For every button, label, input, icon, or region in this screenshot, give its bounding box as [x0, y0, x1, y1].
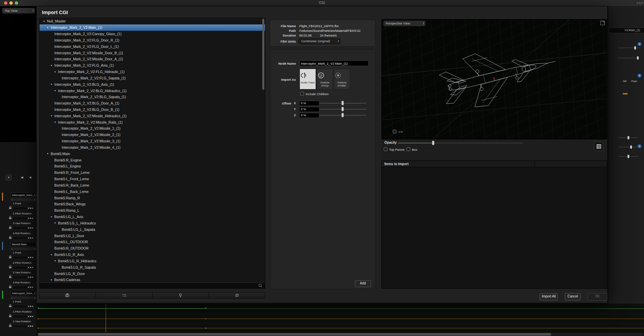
import-as-particle-group-button[interactable]: Particle Group	[317, 69, 333, 89]
viewport-view-dropdown[interactable]: Perspective View ▲▼	[383, 20, 426, 26]
scale-reference-checkbox[interactable]	[393, 130, 396, 133]
info-icon[interactable]: i	[638, 42, 641, 46]
tree-item[interactable]: Bsmk5:L_Front_Leme	[40, 176, 265, 182]
lock-icon[interactable]	[9, 227, 11, 229]
lock-icon[interactable]	[9, 286, 11, 288]
null-filter-button[interactable]	[209, 292, 265, 298]
expand-arrow-icon[interactable]: ▼	[50, 216, 54, 218]
timeline-curve-orange[interactable]	[38, 319, 644, 319]
param-value-bar[interactable]	[12, 325, 28, 328]
tree-item[interactable]: Interceptor_Mark_2_V2:Missile_3_(1)	[40, 138, 265, 144]
skip-to-start-button[interactable]: |◀	[21, 176, 23, 179]
add-button[interactable]: Add	[355, 280, 371, 287]
tree-item[interactable]: ▼Interceptor_Mark_2_V2:Missile_Rails_(1)	[40, 119, 265, 125]
import-all-button[interactable]: Import All	[540, 293, 558, 300]
keyframe-dot[interactable]	[205, 328, 206, 329]
tree-item[interactable]: ▼Interceptor_Mark_2_V2:FLG_Hidraulic_(1)	[40, 69, 265, 75]
param-value-bar[interactable]	[12, 305, 28, 308]
parameter-slider[interactable]	[618, 147, 638, 147]
lock-icon[interactable]	[9, 316, 11, 317]
keyframe-dot[interactable]	[38, 328, 39, 329]
info-icon[interactable]: i	[638, 144, 641, 148]
offset-z-value[interactable]: 0 %	[299, 113, 319, 118]
expand-arrow-icon[interactable]: ▼	[47, 26, 50, 29]
tree-item[interactable]: ▼Bsmk5:LG_L_Hidraulics	[40, 220, 265, 226]
search-input[interactable]	[40, 283, 258, 288]
expand-arrow-icon[interactable]: ▼	[50, 83, 54, 85]
keyframe-dot[interactable]	[38, 318, 39, 319]
param-value-bar[interactable]	[12, 315, 28, 318]
track-keyframe-bar[interactable]: +▸	[11, 248, 36, 250]
keyframe-nav[interactable]: ◀◆▶	[28, 276, 34, 278]
param-value-bar[interactable]	[12, 226, 28, 230]
expand-arrow-icon[interactable]: ▼	[50, 279, 54, 281]
param-value-bar[interactable]	[12, 256, 28, 259]
expand-arrow-icon[interactable]: ▼	[50, 254, 54, 256]
tree-item[interactable]: ▼Bsmk5:LG_R_Hidraulics	[40, 258, 265, 264]
timeline-scrollbar[interactable]	[38, 333, 643, 336]
light-filter-button[interactable]	[153, 292, 209, 298]
view-selector-dropdown[interactable]: Top View ▲▼	[2, 8, 35, 14]
offset-z-slider-thumb[interactable]	[341, 113, 344, 117]
keyframe-nav[interactable]: ◀◆▶	[28, 266, 34, 268]
tree-item[interactable]: Bsmk5:Ramp_L	[40, 207, 265, 214]
track-name[interactable]: Interceptor_Mark_2_	[11, 193, 36, 198]
tree-item[interactable]: Bsmk5:Back_Wings	[40, 201, 265, 207]
tree-item[interactable]: Interceptor_Mark_2_V2:FLG_Door_L_(1)	[40, 43, 265, 50]
offset-y-slider-thumb[interactable]	[341, 107, 344, 111]
expand-arrow-icon[interactable]: ▼	[50, 64, 54, 67]
tree-item[interactable]: Bsmk5:LG_L_Sapata	[40, 226, 265, 232]
keyframe-nav[interactable]: ◀◆▶	[28, 226, 34, 229]
tree-item[interactable]: Bsmk5:R_Engine	[40, 157, 265, 163]
include-children-checkbox[interactable]	[300, 92, 304, 95]
tree-item[interactable]: Interceptor_Mark_2_V2:Missile_Door_A_(1)	[40, 56, 265, 62]
tree-scrollbar-thumb[interactable]	[262, 19, 264, 90]
preview-3d-viewport[interactable]: Perspective View ▲▼ 1 m	[381, 19, 607, 139]
tree-item[interactable]: Interceptor_Mark_2_V2:Canopy_Glass_(1)	[40, 31, 265, 37]
slider-thumb[interactable]	[637, 56, 639, 60]
param-value-bar[interactable]	[12, 286, 28, 289]
node-name-input[interactable]	[300, 61, 369, 66]
param-value-bar[interactable]	[12, 217, 28, 220]
step-back-button[interactable]: ◀	[29, 176, 31, 179]
timeline-scrollbar-thumb[interactable]	[38, 333, 551, 336]
tree-item[interactable]: Interceptor_Mark_2_V2:BLG_Door_A_(1)	[40, 100, 265, 107]
slider-thumb[interactable]	[628, 136, 629, 139]
expand-arrow-icon[interactable]: ▼	[47, 152, 50, 155]
param-value-bar[interactable]	[12, 237, 28, 240]
tree-item[interactable]: ▼Interceptor_Mark_2_V2:Missile_Hidraulic…	[40, 113, 265, 119]
grid-view-button[interactable]	[594, 142, 603, 151]
expand-arrow-icon[interactable]: ▼	[54, 222, 57, 224]
camera-filter-button[interactable]	[40, 292, 96, 298]
tree-item[interactable]: Bsmk5:L_OUTDOOR	[40, 239, 265, 245]
playhead[interactable]	[106, 304, 106, 332]
track-name[interactable]: Bsmk5:Main	[11, 242, 36, 247]
fullscreen-icon[interactable]	[600, 21, 605, 25]
param-value-bar[interactable]	[12, 266, 28, 269]
timeline-curve-orange[interactable]	[38, 328, 644, 328]
top-parent-checkbox[interactable]	[384, 147, 387, 151]
import-as-particle-emitter-button[interactable]: Particle Emitter	[334, 69, 350, 89]
lock-icon[interactable]	[9, 257, 11, 258]
ok-button[interactable]: OK	[587, 293, 607, 300]
tree-item[interactable]: ▼Bsmk5:Main	[40, 150, 265, 157]
lock-icon[interactable]	[9, 276, 11, 278]
info-icon[interactable]: i	[638, 74, 641, 77]
tree-item[interactable]: ▼Interceptor_Mark_2_V2:BLG_Hidraulics_(1…	[40, 87, 265, 94]
tree-item[interactable]: Bsmk5:L_Back_Leme	[40, 188, 265, 195]
tree-item[interactable]: Interceptor_Mark_2_V2:BLG_Door_B_(1)	[40, 107, 265, 113]
keyframe-dot[interactable]	[205, 318, 206, 319]
tree-item[interactable]: ▼Interceptor_Mark_2_V2:Main_(1)	[40, 24, 265, 31]
tree-item[interactable]: ▼Interceptor_Mark_2_V2:BLG_Axis_(1)	[40, 81, 265, 87]
lock-icon[interactable]	[9, 237, 11, 239]
tree-item[interactable]: Bsmk5:R_Back_Leme	[40, 182, 265, 189]
lock-icon[interactable]	[9, 306, 11, 307]
offset-x-value[interactable]: 0 %	[299, 101, 319, 106]
keyframe-nav[interactable]: ◀◆▶	[28, 237, 34, 239]
box-checkbox[interactable]	[407, 147, 410, 151]
tree-item[interactable]: Bsmk5:LG_R_Door	[40, 270, 265, 277]
add-track-button[interactable]: +	[6, 175, 12, 181]
particles-filter-button[interactable]	[96, 292, 152, 298]
tree-item[interactable]: Bsmk5:L_Engine	[40, 163, 265, 170]
slider-thumb[interactable]	[630, 145, 632, 149]
